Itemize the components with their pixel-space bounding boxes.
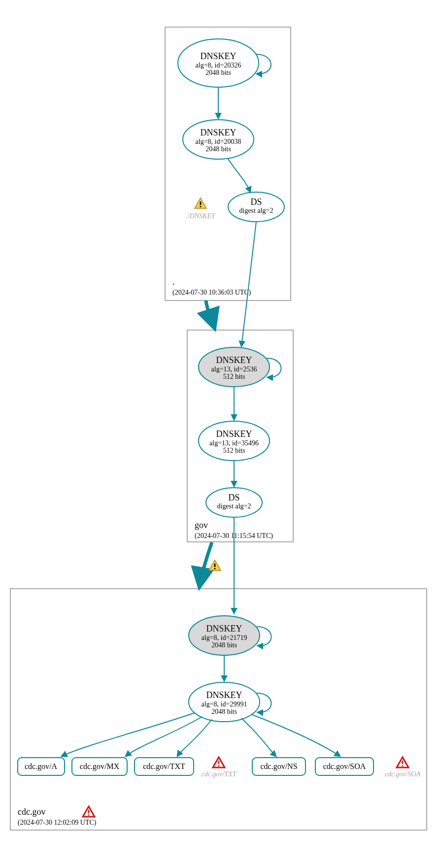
zone-label-gov: gov — [195, 520, 208, 530]
node-cdc-zsk-bits: 2048 bits — [211, 708, 237, 715]
node-root-ksk-bits: 2048 bits — [205, 69, 231, 76]
node-cdc-ksk-bits: 2048 bits — [211, 641, 237, 649]
node-root-zsk-bits: 2048 bits — [205, 145, 231, 153]
node-gov-ksk-bits: 512 bits — [223, 373, 245, 380]
rr-cdc-soa-label: cdc.gov/SOA — [323, 762, 366, 771]
warn-deleg-gov-to-cdc[interactable] — [209, 560, 221, 570]
edge-cdc-zsk-to-soa — [251, 714, 340, 756]
node-gov-ksk-alg: alg=13, id=2536 — [211, 366, 257, 373]
ghost-cdc-txt: cdc.gov/TXT — [201, 770, 237, 778]
zone-time-root: (2024-07-30 10:36:03 UTC) — [172, 289, 251, 297]
node-root-ksk-title: DNSKEY — [200, 51, 236, 61]
rr-cdc-mx-label: cdc.gov/MX — [80, 762, 120, 771]
edge-deleg-gov-to-cdc — [200, 542, 212, 586]
node-gov-ds[interactable]: DS digest alg=2 — [206, 488, 262, 517]
node-gov-ksk-title: DNSKEY — [216, 355, 252, 365]
ghost-root-dnskey: ./DNSKEY — [186, 212, 216, 220]
node-cdc-zsk-title: DNSKEY — [206, 690, 242, 700]
rr-cdc-a-label: cdc.gov/A — [25, 762, 58, 771]
node-gov-zsk-title: DNSKEY — [216, 429, 252, 439]
node-cdc-zsk-alg: alg=8, id=29991 — [202, 701, 247, 708]
node-cdc-zsk[interactable]: DNSKEY alg=8, id=29991 2048 bits — [189, 682, 260, 722]
node-root-zsk-title: DNSKEY — [200, 128, 236, 137]
node-cdc-ksk-title: DNSKEY — [206, 624, 242, 634]
edge-cdc-zsk-to-txt — [177, 719, 212, 756]
zone-label-root: . — [172, 277, 175, 287]
warn-cdc-zone[interactable] — [83, 806, 95, 817]
node-root-ds[interactable]: DS digest alg=2 — [228, 192, 284, 222]
node-gov-zsk-alg: alg=13, id=35496 — [209, 439, 259, 447]
node-gov-ksk[interactable]: DNSKEY alg=13, id=2536 512 bits — [199, 347, 270, 387]
rr-cdc-ns-label: cdc.gov/NS — [260, 762, 297, 771]
zone-label-cdc: cdc.gov — [18, 807, 45, 817]
rr-cdc-txt-label: cdc.gov/TXT — [143, 762, 185, 771]
edge-root-ds-to-gov-ksk — [241, 222, 256, 346]
warn-root-dnskey[interactable] — [195, 198, 206, 208]
zone-time-cdc: (2024-07-30 12:02:09 UTC) — [18, 819, 97, 827]
warn-cdc-txt-error[interactable] — [213, 757, 225, 768]
node-cdc-ksk-alg: alg=8, id=21719 — [202, 634, 247, 641]
edge-root-zsk-to-ds — [228, 158, 250, 192]
rr-cdc-mx[interactable]: cdc.gov/MX — [72, 758, 127, 775]
edge-deleg-root-to-gov — [206, 300, 214, 328]
node-cdc-ksk[interactable]: DNSKEY alg=8, id=21719 2048 bits — [189, 616, 260, 655]
node-root-ds-alg: digest alg=2 — [239, 207, 273, 214]
warn-cdc-soa-error[interactable] — [397, 757, 408, 768]
node-gov-zsk[interactable]: DNSKEY alg=13, id=35496 512 bits — [199, 421, 270, 461]
node-gov-ds-title: DS — [228, 493, 239, 502]
rr-cdc-ns[interactable]: cdc.gov/NS — [252, 758, 305, 775]
edge-cdc-zsk-to-a — [62, 713, 195, 756]
node-root-zsk-alg: alg=8, id=20038 — [196, 138, 241, 145]
node-root-ds-title: DS — [250, 197, 262, 207]
ghost-cdc-soa: cdc.gov/SOA — [385, 770, 421, 778]
rr-cdc-a[interactable]: cdc.gov/A — [18, 758, 65, 775]
edge-cdc-zsk-to-ns — [241, 718, 276, 756]
node-gov-ds-alg: digest alg=2 — [217, 502, 251, 510]
node-root-zsk[interactable]: DNSKEY alg=8, id=20038 2048 bits — [183, 120, 254, 159]
node-gov-zsk-bits: 512 bits — [223, 447, 245, 454]
node-root-ksk[interactable]: DNSKEY alg=8, id=20326 2048 bits — [178, 39, 259, 87]
rr-cdc-soa[interactable]: cdc.gov/SOA — [315, 758, 373, 775]
rr-cdc-txt[interactable]: cdc.gov/TXT — [135, 758, 194, 775]
node-root-ksk-alg: alg=8, id=20326 — [196, 62, 241, 69]
